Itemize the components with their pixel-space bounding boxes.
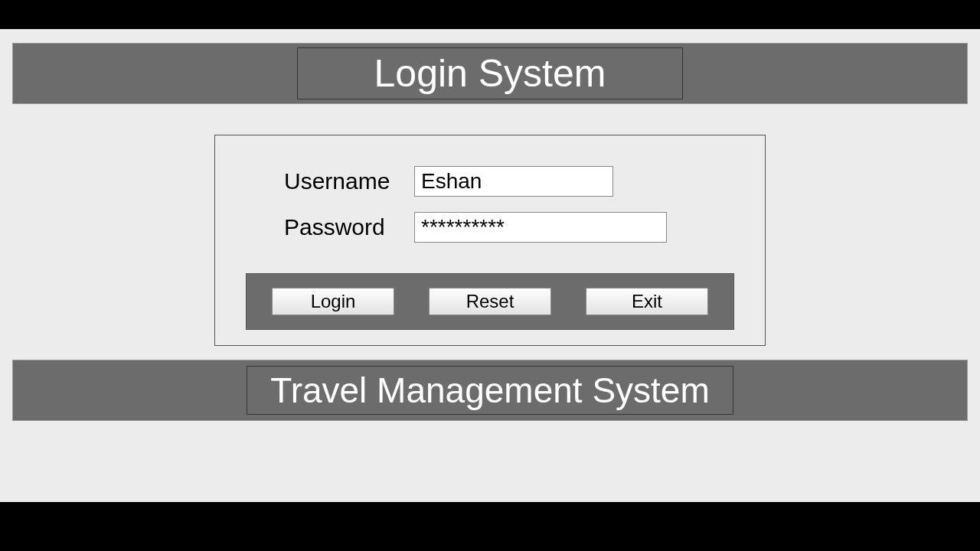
- footer-title: Travel Management System: [247, 366, 733, 415]
- exit-button[interactable]: Exit: [586, 288, 708, 315]
- login-panel: Username Password Login Reset Exit: [214, 135, 766, 346]
- password-input[interactable]: [414, 212, 667, 243]
- password-row: Password: [246, 212, 734, 243]
- username-row: Username: [246, 166, 734, 197]
- username-input[interactable]: [414, 166, 613, 197]
- reset-button[interactable]: Reset: [429, 288, 551, 315]
- main-container: Login System Username Password Login Res…: [0, 29, 980, 502]
- username-label: Username: [246, 168, 414, 194]
- header-bar: Login System: [12, 43, 968, 104]
- button-bar: Login Reset Exit: [246, 273, 734, 330]
- header-title: Login System: [297, 47, 684, 99]
- password-label: Password: [246, 214, 414, 240]
- footer-bar: Travel Management System: [12, 360, 968, 421]
- login-button[interactable]: Login: [272, 288, 394, 315]
